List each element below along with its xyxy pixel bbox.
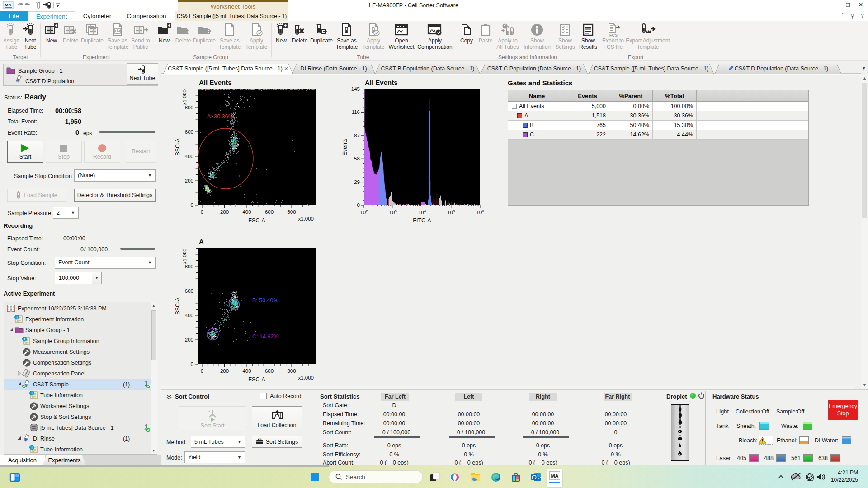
svg-text:FSC-A: FSC-A (248, 217, 265, 224)
svg-text:103: 103 (389, 209, 397, 215)
svg-text:BSC-A: BSC-A (175, 138, 181, 156)
svg-text:400: 400 (242, 209, 251, 215)
svg-text:106: 106 (476, 209, 484, 215)
svg-text:200: 200 (185, 178, 193, 183)
svg-text:600: 600 (185, 288, 193, 294)
svg-text:102: 102 (360, 209, 368, 215)
svg-text:A: A (199, 238, 204, 245)
svg-text:x1,000: x1,000 (298, 375, 314, 380)
svg-text:200: 200 (185, 337, 193, 343)
svg-text:i: i (31, 446, 32, 450)
svg-text:800: 800 (287, 209, 296, 215)
svg-text:0: 0 (357, 202, 360, 208)
svg-text:800: 800 (185, 264, 193, 269)
svg-text:A: 30.36%: A: 30.36% (207, 113, 233, 120)
svg-text:0: 0 (191, 361, 193, 367)
svg-text:x1,000: x1,000 (182, 249, 187, 264)
svg-text:200: 200 (220, 209, 229, 215)
svg-text:All Events: All Events (199, 79, 232, 86)
svg-text:BSC-A: BSC-A (175, 297, 181, 315)
svg-text:200: 200 (220, 368, 229, 374)
svg-text:105: 105 (447, 209, 455, 215)
svg-text:116: 116 (352, 109, 360, 115)
svg-text:i: i (31, 391, 32, 395)
svg-text:i: i (24, 337, 25, 341)
svg-text:87: 87 (354, 133, 360, 138)
svg-text:All Events: All Events (365, 79, 398, 86)
svg-text:400: 400 (185, 313, 193, 318)
svg-text:i: i (16, 315, 17, 319)
svg-text:58: 58 (354, 156, 360, 161)
svg-text:600: 600 (265, 209, 274, 215)
svg-text:0: 0 (201, 209, 203, 215)
svg-text:Events: Events (342, 138, 348, 155)
svg-text:104: 104 (418, 209, 426, 215)
svg-text:0: 0 (191, 202, 193, 208)
svg-text:400: 400 (185, 154, 193, 159)
svg-text:C: 14.62%: C: 14.62% (252, 333, 278, 340)
svg-text:29: 29 (354, 179, 360, 185)
svg-text:0: 0 (201, 368, 203, 374)
svg-text:800: 800 (287, 368, 296, 374)
svg-text:x1,000: x1,000 (182, 89, 187, 105)
svg-text:400: 400 (242, 368, 251, 374)
svg-text:145: 145 (351, 86, 360, 92)
svg-text:FCS: FCS (609, 33, 618, 37)
svg-text:B: 50.40%: B: 50.40% (252, 297, 278, 304)
svg-text:FSC-A: FSC-A (248, 376, 265, 383)
svg-text:600: 600 (265, 368, 274, 374)
svg-text:MA: MA (5, 2, 12, 7)
svg-text:x1,000: x1,000 (298, 216, 314, 221)
svg-text:FITC-A: FITC-A (413, 217, 431, 224)
svg-text:800: 800 (185, 105, 193, 110)
svg-text:600: 600 (185, 129, 193, 135)
